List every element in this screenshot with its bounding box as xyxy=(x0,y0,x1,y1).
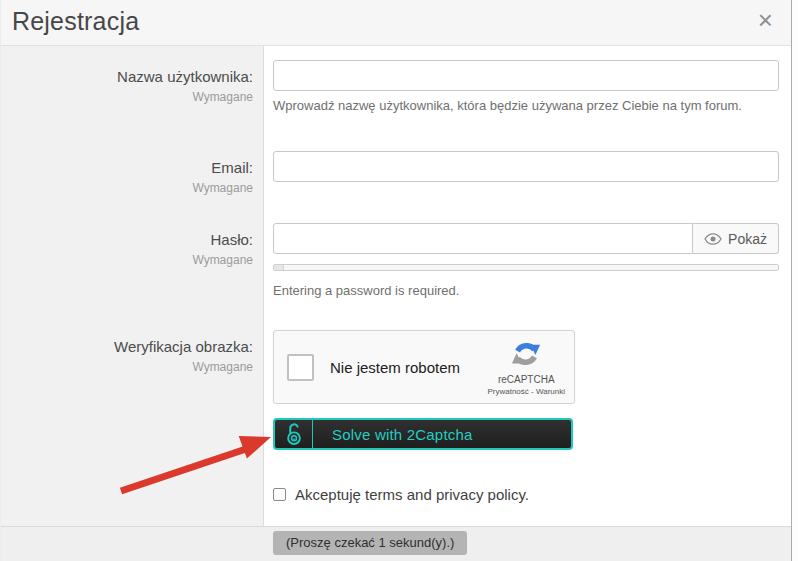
dialog-body: Nazwa użytkownika: Wymagane Wprowadź naz… xyxy=(1,46,791,527)
recaptcha-widget: Nie jestem robotem reCAPTCHA Prywatność xyxy=(273,330,575,404)
username-help-text: Wprowadź nazwę użytkownika, która będzie… xyxy=(273,98,779,114)
dialog-footer: (Proszę czekać 1 sekund(y).) xyxy=(1,526,791,561)
verification-row: Weryfikacja obrazka: Wymagane Nie jestem… xyxy=(1,330,791,503)
username-row: Nazwa użytkownika: Wymagane Wprowadź naz… xyxy=(1,60,791,114)
solve-with-2captcha-label: Solve with 2Captcha xyxy=(313,420,473,448)
solve-with-2captcha-button[interactable]: Solve with 2Captcha xyxy=(273,418,573,450)
email-row: Email: Wymagane xyxy=(1,151,791,196)
recaptcha-logo-icon xyxy=(511,339,541,369)
eye-icon xyxy=(704,233,722,245)
password-required-badge: Wymagane xyxy=(1,253,253,268)
close-icon[interactable]: × xyxy=(758,4,773,36)
password-strength-fill xyxy=(274,265,284,270)
registration-dialog: Rejestracja × Nazwa użytkownika: Wymagan… xyxy=(0,0,798,561)
recaptcha-checkbox[interactable] xyxy=(287,354,314,381)
username-label: Nazwa użytkownika: xyxy=(1,68,253,86)
username-required-badge: Wymagane xyxy=(1,90,253,105)
recaptcha-checkbox-label: Nie jestem robotem xyxy=(330,359,460,376)
verification-required-badge: Wymagane xyxy=(1,360,253,375)
recaptcha-privacy-link[interactable]: Prywatność xyxy=(487,387,528,396)
wait-submit-button[interactable]: (Proszę czekać 1 sekund(y).) xyxy=(273,531,467,555)
username-input[interactable] xyxy=(273,60,779,91)
recaptcha-terms-link[interactable]: Warunki xyxy=(536,387,565,396)
password-row: Hasło: Wymagane Pokaż xyxy=(1,223,791,299)
password-help-text: Entering a password is required. xyxy=(273,283,779,299)
dialog-title: Rejestracja xyxy=(12,7,139,36)
recaptcha-links: Prywatność - Warunki xyxy=(487,388,565,396)
verification-label: Weryfikacja obrazka: xyxy=(1,338,253,356)
terms-checkbox[interactable] xyxy=(273,488,286,501)
email-required-badge: Wymagane xyxy=(1,181,253,196)
password-input[interactable] xyxy=(273,223,693,254)
email-input[interactable] xyxy=(273,151,779,182)
dialog-header: Rejestracja × xyxy=(1,0,791,46)
recaptcha-brand-text: reCAPTCHA xyxy=(487,375,565,385)
dialog-right-edge xyxy=(791,0,798,561)
show-password-button[interactable]: Pokaż xyxy=(693,223,779,254)
terms-row: Akceptuję terms and privacy policy. xyxy=(273,486,779,503)
recaptcha-brand-block: reCAPTCHA Prywatność - Warunki xyxy=(487,339,565,396)
password-label: Hasło: xyxy=(1,231,253,249)
email-label: Email: xyxy=(1,159,253,177)
2captcha-lock-icon xyxy=(284,421,304,447)
terms-label: Akceptuję terms and privacy policy. xyxy=(295,486,529,503)
password-strength-meter xyxy=(273,264,779,271)
show-password-label: Pokaż xyxy=(728,231,767,247)
recaptcha-links-separator: - xyxy=(531,387,534,396)
